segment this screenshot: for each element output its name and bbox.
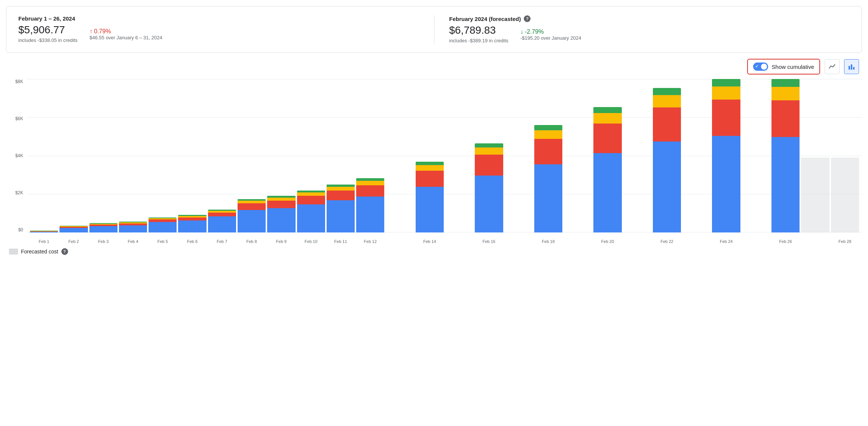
orange-bar-segment [238,203,266,210]
bar-chart-button[interactable] [844,59,859,74]
bar-group [356,79,384,232]
x-label: Feb 2 [59,239,88,244]
up-arrow-icon: ↑ [89,28,92,35]
forecasted-change: ↓ -2.79% [520,28,581,35]
x-label: Feb 10 [297,239,325,244]
x-label: Feb 8 [238,239,266,244]
bar-group [238,79,266,232]
amber-bar-segment [475,147,503,155]
amber-bar-segment [534,130,562,139]
x-label: Feb 9 [267,239,295,244]
orange-bar-segment [416,171,444,187]
y-label-0: $0 [6,227,26,232]
bar-group [801,79,829,232]
amber-bar-segment [297,192,325,196]
bar-group [593,79,621,232]
x-label: Feb 20 [593,239,621,244]
bar-group [416,79,444,232]
amber-bar-segment [327,187,355,191]
blue-bar-segment [712,136,740,232]
x-label: Feb 14 [416,239,444,244]
blue-bar-segment [267,208,295,232]
x-axis: Feb 1Feb 2Feb 3Feb 4Feb 5Feb 6Feb 7Feb 8… [27,232,862,244]
forecast-legend-label: Forecasted cost [21,249,58,255]
bar-group [564,79,592,232]
bottom-legend: Forecasted cost ? [6,248,862,255]
current-credits: includes -$338.05 in credits [18,37,77,43]
bar-group [267,79,295,232]
bar-group [327,79,355,232]
bars-wrapper [27,79,862,232]
blue-bar-segment [593,153,621,232]
orange-bar-segment [178,217,206,220]
bar-group [712,79,740,232]
blue-bar-segment [208,216,236,232]
blue-bar-segment [327,200,355,232]
current-change-pct: 0.79% [94,28,111,35]
blue-bar-segment [534,164,562,232]
x-label: Feb 4 [119,239,147,244]
forecasted-date-range: February 2024 (forecasted) [449,16,521,22]
x-label: Feb 16 [475,239,503,244]
forecasted-stats-section: February 2024 (forecasted) ? $6,789.83 i… [434,15,850,43]
orange-bar-segment [327,191,355,200]
orange-bar-segment [593,124,621,153]
blue-bar-segment [771,137,800,232]
blue-bar-segment [356,197,384,232]
bar-group [30,79,58,232]
forecasted-credits: includes -$389.19 in credits [449,38,508,43]
green-bar-segment [534,125,562,130]
blue-bar-segment [653,142,681,232]
orange-bar-segment [534,139,562,164]
bar-group [178,79,206,232]
orange-bar-segment [208,213,236,216]
x-label: Feb 18 [534,239,562,244]
show-cumulative-label: Show cumulative [772,64,814,70]
y-label-8k: $8K [6,79,26,84]
bar-group [89,79,117,232]
toggle-switch[interactable]: ✓ [753,63,768,71]
current-amount: $5,906.77 [18,24,77,36]
bar-group [208,79,236,232]
bar-group [771,79,800,232]
chart-controls: ✓ Show cumulative [6,59,862,74]
forecasted-change-detail: -$195.20 over January 2024 [520,35,581,41]
chart-inner [27,79,862,232]
show-cumulative-toggle[interactable]: ✓ Show cumulative [747,59,820,74]
chart-area: $0 $2K $4K $6K $8K Feb 1Feb 2Feb 3Feb 4F… [6,79,862,244]
amber-bar-segment [593,113,621,124]
amber-bar-segment [771,87,800,100]
green-bar-segment [653,88,681,95]
blue-bar-segment [416,187,444,232]
green-bar-segment [416,162,444,165]
orange-bar-segment [771,100,800,137]
x-label: Feb 5 [149,239,177,244]
orange-bar-segment [653,107,681,142]
x-label: Feb 22 [653,239,681,244]
x-label: Feb 28 [831,239,859,244]
svg-rect-1 [851,64,852,70]
current-date-range: February 1 – 26, 2024 [18,15,419,22]
bar-group [534,79,562,232]
x-label: Feb 11 [327,239,355,244]
amber-bar-segment [416,165,444,171]
bar-group [475,79,503,232]
line-chart-button[interactable] [825,59,840,74]
chart-container: ✓ Show cumulative $0 $2K $4K $6K $8K [6,59,862,255]
y-label-6k: $6K [6,116,26,121]
amber-bar-segment [356,181,384,185]
legend-help-icon[interactable]: ? [61,248,68,255]
orange-bar-segment [356,185,384,197]
y-axis: $0 $2K $4K $6K $8K [6,79,26,232]
x-label: Feb 7 [208,239,236,244]
current-change: ↑ 0.79% [89,28,162,35]
bar-group [445,79,473,232]
bar-group [149,79,177,232]
blue-bar-segment [89,226,117,232]
forecasted-help-icon[interactable]: ? [524,15,531,22]
x-label: Feb 6 [178,239,206,244]
bar-group [831,79,859,232]
bar-group [742,79,770,232]
amber-bar-segment [238,201,266,203]
green-bar-segment [356,178,384,181]
